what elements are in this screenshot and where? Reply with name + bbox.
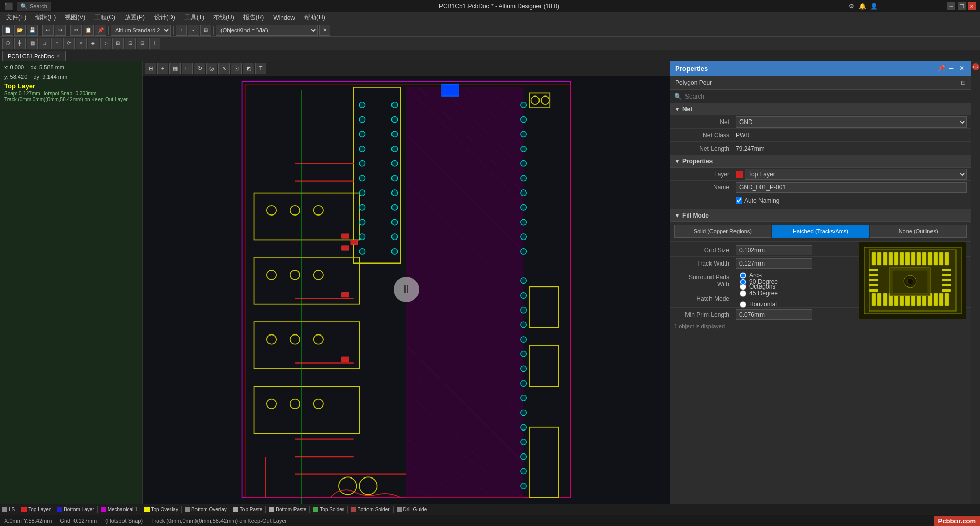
mini-meas[interactable]: ⊡ — [231, 63, 242, 74]
toolbar-new[interactable]: 📄 — [2, 25, 13, 36]
mini-sq[interactable]: □ — [182, 63, 193, 74]
tb2-btn10[interactable]: ⊞ — [112, 38, 124, 49]
net-select[interactable]: GND — [736, 116, 967, 128]
layer-top-paste[interactable]: Top Paste — [233, 507, 262, 512]
hatch-90-radio[interactable] — [740, 279, 746, 285]
tb2-btn12[interactable]: ⊟ — [137, 38, 148, 49]
tb2-btn13[interactable]: T — [149, 38, 160, 49]
fill-mode-btns: Solid (Copper Regions) Hatched (Tracks/A… — [674, 225, 967, 238]
layer-top[interactable]: Top Layer — [21, 507, 51, 512]
layer-select[interactable]: Top Layer — [745, 169, 967, 180]
net-section-header[interactable]: ▼ Net — [670, 103, 971, 115]
search-box[interactable]: 🔍 Search — [17, 2, 51, 11]
toolbar-filter-clear[interactable]: ✕ — [319, 25, 330, 36]
mini-add[interactable]: + — [157, 63, 168, 74]
prop-search-bar[interactable]: 🔍 — [670, 90, 971, 103]
tb2-btn4[interactable]: □ — [39, 38, 50, 49]
menu-edit[interactable]: 编辑(E) — [31, 12, 60, 23]
svg-point-76 — [521, 278, 526, 283]
layer-bottom-overlay[interactable]: Bottom Overlay — [185, 507, 227, 512]
tab-pcb[interactable]: PCB1C51.PcbDoc ✕ — [2, 51, 66, 61]
layer-top-overlay[interactable]: Top Overlay — [144, 507, 178, 512]
tb2-btn2[interactable]: ╋ — [14, 38, 26, 49]
min-prim-input[interactable] — [736, 309, 812, 320]
left-info-panel: x: 0.000 dx: 5.588 mm y: 58.420 dy: 9.14… — [0, 61, 143, 504]
menu-report[interactable]: 报告(R) — [239, 12, 268, 23]
layer-ls[interactable]: LS — [2, 507, 15, 512]
toolbar-zoom-in[interactable]: + — [176, 25, 187, 36]
menu-design[interactable]: 设计(D) — [150, 12, 179, 23]
grid-size-input[interactable] — [736, 245, 812, 255]
menu-file[interactable]: 文件(F) — [2, 12, 30, 23]
tb2-btn11[interactable]: ⊡ — [125, 38, 136, 49]
layer-drill-guide[interactable]: Drill Guide — [397, 507, 427, 512]
toolbar-save[interactable]: 💾 — [27, 25, 38, 36]
properties-section-header[interactable]: ▼ Properties — [670, 155, 971, 168]
restore-button[interactable]: ❐ — [958, 2, 966, 10]
mini-T[interactable]: T — [255, 63, 266, 74]
pcb-canvas[interactable]: ⊟ + ▦ □ ↻ ◎ ∿ ⊡ ◩ T — [143, 61, 670, 504]
toolbar-zoom-out[interactable]: - — [188, 25, 199, 36]
auto-naming-checkbox-label[interactable]: Auto Naming — [736, 197, 967, 204]
net-length-value: 79.247mm — [736, 145, 967, 152]
toolbar-open[interactable]: 📂 — [14, 25, 26, 36]
fill-none-btn[interactable]: None (Outlines) — [870, 225, 967, 238]
mini-ref[interactable]: ◩ — [243, 63, 254, 74]
track-width-input[interactable] — [736, 258, 812, 269]
filter-icon[interactable]: ⊟ — [961, 79, 966, 86]
hatch-horiz-radio[interactable] — [740, 301, 746, 308]
menu-project[interactable]: 工程(C) — [90, 12, 119, 23]
mini-rot[interactable]: ↻ — [194, 63, 205, 74]
svg-rect-134 — [894, 252, 898, 265]
tb2-btn5[interactable]: ○ — [51, 38, 62, 49]
mini-pin[interactable]: ◎ — [206, 63, 217, 74]
toolbar-copy[interactable]: 📋 — [83, 25, 94, 36]
tb2-btn7[interactable]: ⌖ — [76, 38, 87, 49]
filter-select[interactable]: (ObjectKind = 'Via') — [216, 25, 318, 36]
toolbar-fit[interactable]: ⊞ — [200, 25, 211, 36]
tb2-btn8[interactable]: ◈ — [88, 38, 99, 49]
tab-close-icon[interactable]: ✕ — [56, 53, 60, 59]
user-icon[interactable]: 👤 — [870, 3, 878, 10]
layer-bottom[interactable]: Bottom Layer — [57, 507, 94, 512]
properties-close[interactable]: ✕ — [958, 64, 966, 73]
layer-top-solder[interactable]: Top Solder — [313, 507, 344, 512]
menu-route[interactable]: 布线(U) — [209, 12, 238, 23]
menu-help[interactable]: 帮助(H) — [300, 12, 329, 23]
minimize-button[interactable]: ─ — [947, 2, 955, 10]
properties-pin[interactable]: 📌 — [937, 64, 945, 73]
tb2-btn6[interactable]: ⟳ — [63, 38, 75, 49]
properties-minimize[interactable]: ─ — [947, 64, 955, 73]
fill-solid-btn[interactable]: Solid (Copper Regions) — [674, 225, 771, 238]
layer-bottom-paste[interactable]: Bottom Paste — [269, 507, 306, 512]
tb2-btn1[interactable]: ⬡ — [2, 38, 13, 49]
mini-seg[interactable]: ∿ — [218, 63, 230, 74]
tb2-btn9[interactable]: ▷ — [100, 38, 111, 49]
menu-tools[interactable]: 工具(T) — [180, 12, 208, 23]
toolbar-cut[interactable]: ✂ — [70, 25, 82, 36]
fill-hatched-btn[interactable]: Hatched (Tracks/Arcs) — [772, 225, 869, 238]
settings-icon[interactable]: ⚙ — [849, 3, 854, 10]
fill-mode-section-header[interactable]: ▼ Fill Mode — [670, 209, 971, 222]
toolbar-undo[interactable]: ↩ — [42, 25, 54, 36]
mini-bar[interactable]: ▦ — [169, 63, 181, 74]
hatch-45-radio[interactable] — [740, 290, 746, 297]
layer-bottom-solder[interactable]: Bottom Solder — [351, 507, 389, 512]
name-input[interactable] — [736, 182, 967, 193]
notification-icon[interactable]: 🔔 — [859, 3, 866, 10]
menu-place[interactable]: 放置(P) — [120, 12, 149, 23]
menu-view[interactable]: 视图(V) — [61, 12, 89, 23]
close-button[interactable]: ✕ — [968, 2, 976, 10]
pcb-view[interactable]: ⏸ — [143, 76, 670, 504]
standard-select[interactable]: Altium Standard 2 — [111, 25, 171, 36]
layer-mech[interactable]: Mechanical 1 — [101, 507, 138, 512]
menu-window[interactable]: Window — [269, 13, 299, 22]
prop-search-input[interactable] — [685, 93, 967, 100]
auto-naming-checkbox[interactable] — [736, 197, 742, 204]
toolbar-paste[interactable]: 📌 — [95, 25, 106, 36]
tb2-btn3[interactable]: ▦ — [27, 38, 38, 49]
toolbar-redo[interactable]: ↪ — [55, 25, 66, 36]
mini-filter[interactable]: ⊟ — [145, 63, 156, 74]
side-indicator[interactable]: 66 — [972, 63, 979, 70]
svg-point-43 — [359, 102, 365, 108]
